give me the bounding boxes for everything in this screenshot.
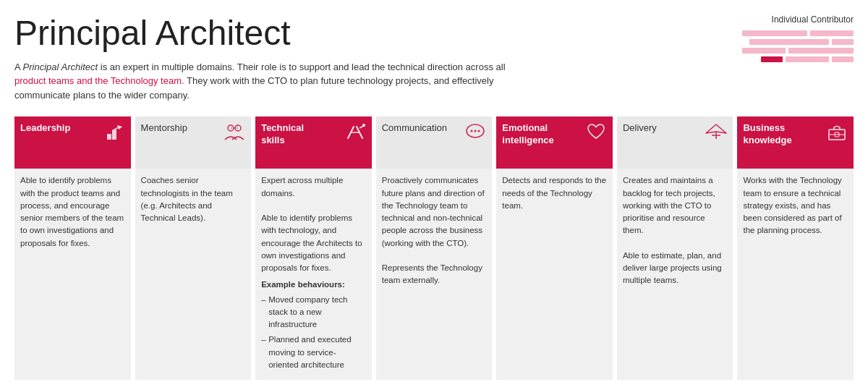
technical-icon [344, 122, 366, 147]
page-title: Principal Architect [14, 14, 709, 53]
business-icon [826, 122, 848, 145]
delivery-icon [705, 122, 727, 145]
communication-icon [464, 122, 486, 144]
col-body-emotional: Detects and responds to the needs of the… [496, 169, 613, 380]
individual-contributor-panel: Individual Contributor [709, 14, 854, 62]
col-body-leadership: Able to identify problems with the produ… [14, 169, 131, 380]
ic-row-2 [749, 39, 854, 45]
ic-bar [786, 56, 829, 62]
col-mentorship: Mentorship Coaches senior technologists … [135, 116, 252, 380]
contributor-label: Individual Contributor [709, 14, 854, 25]
col-title-communication: Communication [382, 122, 447, 135]
col-body-business: Works with the Technology team to ensure… [737, 169, 854, 380]
ic-bar [788, 48, 854, 54]
col-title-emotional: Emotionalintelligence [502, 122, 554, 147]
svg-rect-1 [112, 130, 116, 140]
ic-bar [742, 30, 807, 36]
svg-point-11 [362, 124, 365, 127]
ic-bar [742, 48, 786, 54]
emotional-icon [585, 122, 607, 145]
svg-point-14 [475, 130, 477, 132]
ic-bar [810, 30, 854, 36]
col-header-leadership: Leadership [14, 116, 131, 169]
col-business-knowledge: Businessknowledge Works with the Technol… [737, 116, 854, 380]
col-body-mentorship: Coaches senior technologists in the team… [135, 169, 252, 380]
col-body-delivery: Creates and maintains a backlog for tech… [617, 169, 733, 380]
col-header-delivery: Delivery [617, 116, 733, 169]
col-title-technical: Technicalskills [261, 122, 304, 147]
col-title-leadership: Leadership [20, 122, 70, 135]
ic-row-1 [742, 30, 854, 36]
leadership-icon [103, 122, 125, 147]
col-communication: Communication Proactively communicates f… [376, 116, 493, 380]
header-area: Principal Architect A Principal Architec… [14, 14, 854, 102]
title-section: Principal Architect A Principal Architec… [14, 14, 709, 102]
col-title-business: Businessknowledge [743, 122, 791, 147]
col-body-communication: Proactively communicates future plans an… [376, 169, 493, 380]
col-technical-skills: Technicalskills Expert across multiple d… [255, 116, 372, 380]
mentorship-icon [224, 122, 245, 145]
col-header-technical: Technicalskills [255, 116, 372, 169]
col-title-delivery: Delivery [623, 122, 657, 135]
ic-bar [832, 39, 854, 45]
page-description: A Principal Architect is an expert in mu… [14, 60, 506, 103]
col-body-technical: Expert across multiple domains. Able to … [255, 169, 372, 380]
svg-point-13 [471, 130, 473, 132]
col-header-mentorship: Mentorship [135, 116, 252, 169]
svg-point-15 [478, 130, 480, 132]
ic-bar [832, 56, 854, 62]
col-header-emotional: Emotionalintelligence [496, 116, 613, 169]
ic-bar-active [761, 56, 783, 62]
col-leadership: Leadership Able to identify problems wit… [14, 116, 131, 380]
ic-bar [749, 39, 829, 45]
competency-grid: Leadership Able to identify problems wit… [14, 116, 854, 380]
contributor-bars [709, 30, 854, 62]
col-emotional-intelligence: Emotionalintelligence Detects and respon… [496, 116, 613, 380]
col-header-business: Businessknowledge [737, 116, 854, 169]
col-header-communication: Communication [376, 116, 493, 169]
svg-rect-0 [107, 134, 111, 140]
ic-row-4 [761, 56, 854, 62]
col-title-mentorship: Mentorship [141, 122, 187, 135]
ic-row-3 [742, 48, 854, 54]
col-delivery: Delivery Creates and maintains a backlog… [617, 116, 733, 380]
